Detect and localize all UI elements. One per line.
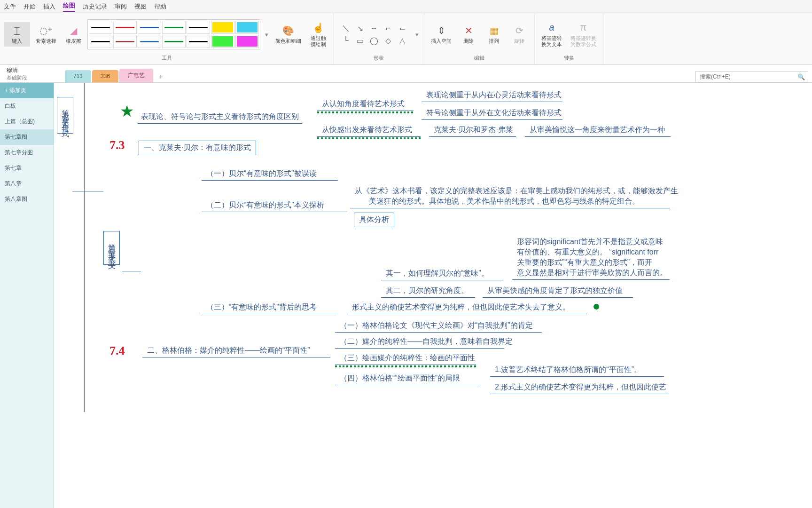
ribbon-group-convert-label: 转换 [564, 54, 574, 63]
pen-green-2[interactable] [162, 35, 186, 48]
menu-help[interactable]: 帮助 [154, 2, 166, 11]
hl-cyan[interactable] [235, 21, 259, 34]
node-2[interactable]: 二、格林伯格：媒介的纯粹性——绘画的“平面性” [147, 346, 310, 356]
pen-gallery[interactable] [87, 19, 260, 49]
eraser-label: 橡皮擦 [66, 38, 81, 44]
insert-space-button[interactable]: ⇕ 插入空间 [428, 22, 454, 46]
search-input[interactable] [699, 73, 797, 80]
shape-diamond[interactable]: ◇ [382, 35, 395, 46]
ink-to-math-label: 将墨迹转换 为数学公式 [570, 35, 596, 48]
eraser-button[interactable]: ◢ 橡皮擦 [62, 22, 85, 46]
pen-black-2[interactable] [187, 21, 210, 34]
lasso-select-button[interactable]: ◌⁺ 套索选择 [33, 22, 59, 46]
node-top-b1[interactable]: 克莱夫·贝尔和罗杰·弗莱 [434, 125, 513, 135]
node-top-a1[interactable]: 表现论侧重于从内在心灵活动来看待形式 [426, 90, 562, 100]
shape-arrow[interactable]: ↘ [353, 23, 367, 34]
node-chapter-7[interactable]: 第七章艺术与形式 [57, 97, 73, 134]
shapes-gallery-expand[interactable]: ▾ [414, 31, 420, 38]
node-top-a2[interactable]: 符号论侧重于从外在文化活动来看待形式 [426, 108, 562, 118]
hl-magenta[interactable] [235, 35, 259, 48]
search-box[interactable]: 🔍 [695, 71, 808, 82]
node-1-2-a[interactable]: 其一，如何理解贝尔的“意味”。 [386, 269, 489, 278]
page-item-0[interactable]: 白板 [0, 98, 54, 114]
delete-icon: ✕ [462, 24, 475, 37]
hl-green[interactable] [211, 35, 234, 48]
page-item-6[interactable]: 第八章图 [0, 191, 54, 207]
node-section-3[interactable]: 第三节形式主义 [103, 231, 120, 265]
node-2-2[interactable]: （二）媒介的纯粹性——自我批判，意味着自我界定 [340, 337, 513, 347]
node-1-2-a-t2[interactable]: 有价值的、有重大意义的。 “significant forr [517, 247, 658, 257]
notebook-picker[interactable]: 穆清 基础阶段 [0, 65, 61, 82]
rotate-button: ⟳ 旋转 [508, 22, 531, 46]
shape-triangle[interactable]: △ [396, 35, 409, 46]
menu-history[interactable]: 历史记录 [83, 2, 107, 11]
shape-angle[interactable]: ⌐ [382, 23, 395, 34]
node-2-1[interactable]: （一）格林伯格论文《现代主义绘画》对“自我批判”的肯定 [340, 321, 533, 331]
add-page-button[interactable]: + 添加页 [0, 83, 54, 98]
touch-draw-button[interactable]: ☝ 通过触 摸绘制 [307, 19, 329, 49]
menu-review[interactable]: 审阅 [115, 2, 127, 11]
node-top[interactable]: 表现论、符号论与形式主义看待形式的角度区别 [141, 112, 299, 122]
node-2-3[interactable]: （三）绘画媒介的纯粹性：绘画的平面性 [340, 353, 475, 363]
node-2-4[interactable]: （四）格林伯格““绘画平面性”的局限 [340, 373, 460, 383]
hl-yellow[interactable] [211, 21, 234, 34]
node-1-2-text1[interactable]: 从《艺术》这本书看，该定义的完整表述应该是：在审美上感动我们的纯形式，或，能够激… [355, 186, 678, 196]
shape-rect[interactable]: ▭ [353, 35, 367, 46]
node-1-3[interactable]: （三）“有意味的形式”背后的思考 [206, 302, 317, 312]
color-thickness-label: 颜色和粗细 [275, 38, 301, 44]
menu-insert[interactable]: 插入 [43, 2, 55, 11]
pen-darkred[interactable] [113, 35, 137, 48]
tab-711[interactable]: 711 [65, 70, 91, 82]
page-item-5[interactable]: 第八章 [0, 176, 54, 191]
node-top-a[interactable]: 从认知角度看待艺术形式 [322, 99, 405, 109]
pen-green[interactable] [162, 21, 186, 34]
node-top-b[interactable]: 从快感出发来看待艺术形式 [322, 125, 412, 135]
color-thickness-button[interactable]: 🎨 颜色和粗细 [273, 22, 304, 46]
node-1-2-b-t[interactable]: 从审美快感的角度肯定了形式的独立价值 [487, 286, 623, 296]
shape-line[interactable]: ＼ [339, 23, 352, 34]
pen-blue-2[interactable] [138, 35, 161, 48]
node-2-4-2[interactable]: 2.形式主义的确使艺术变得更为纯粹，但也因此使艺 [495, 382, 666, 392]
shape-connector[interactable]: └ [339, 35, 352, 46]
arrange-label: 排列 [489, 38, 499, 44]
node-1-2-box[interactable]: 具体分析 [354, 213, 394, 227]
pen-gallery-expand[interactable]: ▾ [263, 31, 270, 38]
delete-button[interactable]: ✕ 删除 [457, 22, 480, 46]
pen-red[interactable] [113, 21, 137, 34]
node-1-2-text2[interactable]: 美迷狂的纯形式。具体地说，美术作品中的纯形式，也即色彩与线条的特定组合。 [369, 197, 640, 206]
shape-angle2[interactable]: ⌙ [396, 23, 409, 34]
menu-home[interactable]: 开始 [23, 2, 36, 11]
canvas[interactable]: 第七章艺术与形式 第三节形式主义 ★ 表现论、符号论与形式主义看待形式的角度区别… [54, 83, 812, 508]
node-1[interactable]: 一、克莱夫·贝尔：有意味的形式 [139, 141, 256, 155]
page-item-3[interactable]: 第七章分图 [0, 145, 54, 160]
menu-file[interactable]: 文件 [4, 2, 16, 11]
tab-gdy[interactable]: 广电艺 [119, 69, 153, 82]
node-1-1[interactable]: （一）贝尔“有意味的形式”被误读 [206, 169, 317, 179]
page-item-1[interactable]: 上篇（总图) [0, 114, 54, 129]
page-item-4[interactable]: 第七章 [0, 160, 54, 176]
type-tool-button[interactable]: ⌶ 键入 [4, 22, 30, 46]
tab-336[interactable]: 336 [92, 70, 118, 82]
page-item-2[interactable]: 第七章图 [0, 129, 54, 145]
arrange-button[interactable]: ▦ 排列 [483, 22, 505, 46]
pen-blue[interactable] [138, 21, 161, 34]
shape-double-arrow[interactable]: ↔ [367, 23, 381, 34]
node-1-3-t[interactable]: 形式主义的确使艺术变得更为纯粹，但也因此使艺术失去了意义。 [352, 302, 570, 312]
pen-black-4[interactable] [187, 35, 210, 48]
node-1-2-a-t4[interactable]: 意义显然是相对于进行审美欣赏的人而言的。 [517, 268, 667, 278]
pen-black-1[interactable] [89, 21, 112, 34]
shapes-gallery[interactable]: ＼ ↘ ↔ ⌐ ⌙ └ ▭ ◯ ◇ △ [337, 21, 411, 48]
shape-ellipse[interactable]: ◯ [367, 35, 381, 46]
node-2-4-1[interactable]: 1.波普艺术终结了格林伯格所谓的“平面性”。 [495, 365, 641, 375]
node-1-2-a-t3[interactable]: 关重要的形式”“有重大意义的形式”，而开 [517, 258, 652, 268]
node-top-b2[interactable]: 从审美愉悦这一角度来衡量艺术作为一种 [530, 125, 665, 135]
tab-add[interactable]: + [154, 71, 167, 82]
menu-draw[interactable]: 绘图 [63, 1, 75, 12]
ink-green-dot [593, 304, 599, 310]
node-1-2-a-t1[interactable]: 形容词的significant首先并不是指意义或意味 [517, 237, 663, 247]
pen-black-3[interactable] [89, 35, 112, 48]
ink-to-text-button[interactable]: a 将墨迹转 换为文本 [539, 19, 565, 49]
node-1-2-b[interactable]: 其二，贝尔的研究角度。 [386, 286, 468, 296]
node-1-2[interactable]: （二）贝尔“有意味的形式”本义探析 [206, 200, 324, 210]
menu-view[interactable]: 视图 [134, 2, 147, 11]
